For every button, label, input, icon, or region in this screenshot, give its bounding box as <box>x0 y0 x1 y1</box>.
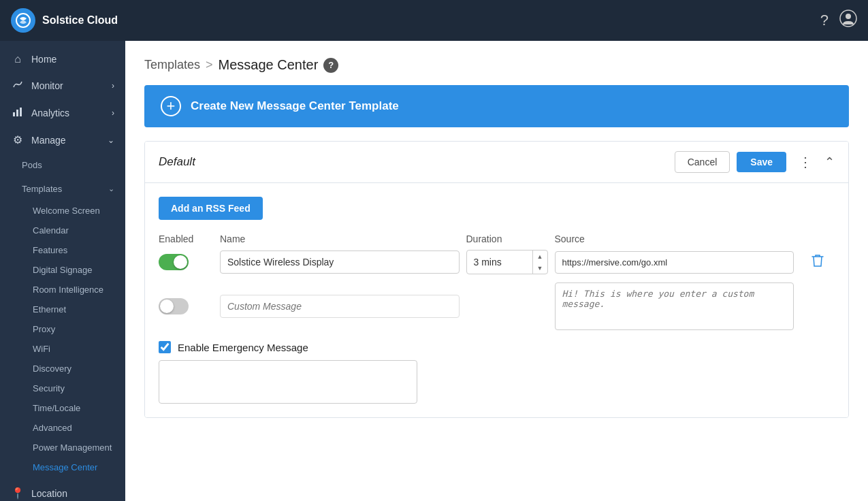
sidebar-item-digital-signage[interactable]: Digital Signage <box>0 260 125 280</box>
user-icon[interactable] <box>839 10 857 31</box>
templates-label: Templates <box>22 184 62 194</box>
templates-chevron: ⌄ <box>108 184 114 193</box>
analytics-chevron: › <box>112 108 114 118</box>
toggle-track-2 <box>159 298 189 314</box>
feed-row-2 <box>159 282 835 330</box>
sidebar-item-proxy[interactable]: Proxy <box>0 319 125 339</box>
col-name: Name <box>220 233 460 244</box>
sidebar-item-templates[interactable]: Templates ⌄ <box>0 177 125 201</box>
sidebar: ⌂ Home Monitor › Analytics › <box>0 41 125 501</box>
create-banner[interactable]: + Create New Message Center Template <box>144 85 849 127</box>
pods-label: Pods <box>22 160 42 170</box>
sidebar-item-time-locale[interactable]: Time/Locale <box>0 398 125 418</box>
app-logo: Solstice Cloud <box>11 8 118 33</box>
breadcrumb-help-icon[interactable]: ? <box>323 58 338 73</box>
source-input-1[interactable] <box>555 251 794 274</box>
sidebar-item-room-intelligence[interactable]: Room Intelligence <box>0 280 125 300</box>
manage-chevron: ⌄ <box>108 135 114 145</box>
sidebar-item-pods[interactable]: Pods <box>0 153 125 177</box>
monitor-icon <box>11 79 25 93</box>
col-actions <box>801 233 835 244</box>
monitor-chevron: › <box>112 81 114 91</box>
sidebar-item-welcome-screen[interactable]: Welcome Screen <box>0 201 125 221</box>
emergency-checkbox[interactable] <box>159 341 171 353</box>
sidebar-item-ethernet[interactable]: Ethernet <box>0 300 125 319</box>
template-card-body: Add an RSS Feed Enabled Name Duration So… <box>145 183 848 417</box>
sidebar-item-monitor[interactable]: Monitor › <box>0 72 125 99</box>
sidebar-item-monitor-label: Monitor <box>31 80 63 91</box>
col-duration: Duration <box>466 233 548 244</box>
sidebar-item-home-label: Home <box>31 54 57 65</box>
emergency-label: Enable Emergency Message <box>178 342 308 353</box>
location-icon: 📍 <box>11 487 25 500</box>
toggle-feed-2[interactable] <box>159 298 213 314</box>
svg-rect-5 <box>20 108 22 116</box>
toggle-feed-1[interactable] <box>159 254 213 270</box>
location-label: Location <box>31 488 67 499</box>
main-content: Templates > Message Center ? + Create Ne… <box>125 41 868 501</box>
emergency-section: Enable Emergency Message <box>159 341 835 404</box>
breadcrumb-parent[interactable]: Templates <box>144 58 200 72</box>
duration-value-1: 3 mins <box>467 251 532 273</box>
sidebar-item-analytics[interactable]: Analytics › <box>0 99 125 127</box>
app-title: Solstice Cloud <box>42 14 118 27</box>
svg-point-2 <box>846 14 851 19</box>
sidebar-item-message-center[interactable]: Message Center <box>0 457 125 477</box>
more-options-button[interactable]: ⋮ <box>793 151 818 173</box>
sidebar-item-security[interactable]: Security <box>0 378 125 398</box>
toggle-track-1 <box>159 254 189 270</box>
duration-arrows-1: ▲ ▼ <box>532 251 547 274</box>
feed-name-input-2[interactable] <box>220 295 460 318</box>
top-nav-icons: ? <box>820 10 857 31</box>
add-rss-button[interactable]: Add an RSS Feed <box>159 197 263 220</box>
emergency-checkbox-row: Enable Emergency Message <box>159 341 835 353</box>
help-icon[interactable]: ? <box>820 12 829 29</box>
template-card-actions: Cancel Save ⋮ ⌃ <box>675 151 835 173</box>
duration-up-1[interactable]: ▲ <box>533 251 547 262</box>
layout: ⌂ Home Monitor › Analytics › <box>0 41 868 501</box>
sidebar-item-manage[interactable]: ⚙ Manage ⌄ <box>0 127 125 153</box>
collapse-button[interactable]: ⌃ <box>824 155 835 169</box>
template-card: Default Cancel Save ⋮ ⌃ Add an RSS Feed … <box>144 141 849 418</box>
sidebar-item-manage-label: Manage <box>31 135 66 146</box>
analytics-icon <box>11 106 25 120</box>
sidebar-item-wifi[interactable]: WiFi <box>0 339 125 359</box>
sidebar-item-power-management[interactable]: Power Management <box>0 438 125 457</box>
cancel-button[interactable]: Cancel <box>675 151 730 173</box>
template-title: Default <box>159 155 195 169</box>
create-banner-label: Create New Message Center Template <box>191 99 399 113</box>
toggle-thumb-1 <box>174 255 187 269</box>
create-banner-plus-icon: + <box>161 96 181 116</box>
logo-icon <box>11 8 35 33</box>
breadcrumb-current: Message Center <box>219 57 319 73</box>
duration-down-1[interactable]: ▼ <box>533 262 547 274</box>
template-card-header: Default Cancel Save ⋮ ⌃ <box>145 142 848 183</box>
toggle-thumb-2 <box>160 300 174 313</box>
sidebar-item-analytics-label: Analytics <box>31 108 69 118</box>
feed-headers: Enabled Name Duration Source <box>159 233 835 250</box>
duration-wrapper-1: 3 mins ▲ ▼ <box>466 250 548 274</box>
breadcrumb-separator: > <box>206 58 213 72</box>
source-textarea-2[interactable] <box>555 282 794 330</box>
sidebar-item-home[interactable]: ⌂ Home <box>0 46 125 72</box>
manage-icon: ⚙ <box>11 133 25 146</box>
delete-feed-1[interactable] <box>801 254 835 271</box>
sidebar-item-advanced[interactable]: Advanced <box>0 418 125 438</box>
col-source: Source <box>555 233 794 244</box>
feed-name-input-1[interactable] <box>220 251 460 274</box>
sidebar-item-calendar[interactable]: Calendar <box>0 221 125 240</box>
svg-rect-3 <box>13 112 15 116</box>
home-icon: ⌂ <box>11 53 25 65</box>
save-button[interactable]: Save <box>737 152 786 172</box>
template-sub-items: Welcome Screen Calendar Features Digital… <box>0 201 125 477</box>
top-nav: Solstice Cloud ? <box>0 0 868 41</box>
emergency-textarea[interactable] <box>159 360 417 404</box>
duration-empty-2 <box>466 294 548 319</box>
col-enabled: Enabled <box>159 233 213 244</box>
sidebar-item-location[interactable]: 📍 Location <box>0 480 125 501</box>
svg-rect-4 <box>16 110 18 116</box>
sidebar-item-features[interactable]: Features <box>0 240 125 260</box>
sidebar-item-discovery[interactable]: Discovery <box>0 359 125 378</box>
breadcrumb: Templates > Message Center ? <box>125 41 868 85</box>
feed-row: 3 mins ▲ ▼ <box>159 250 835 274</box>
